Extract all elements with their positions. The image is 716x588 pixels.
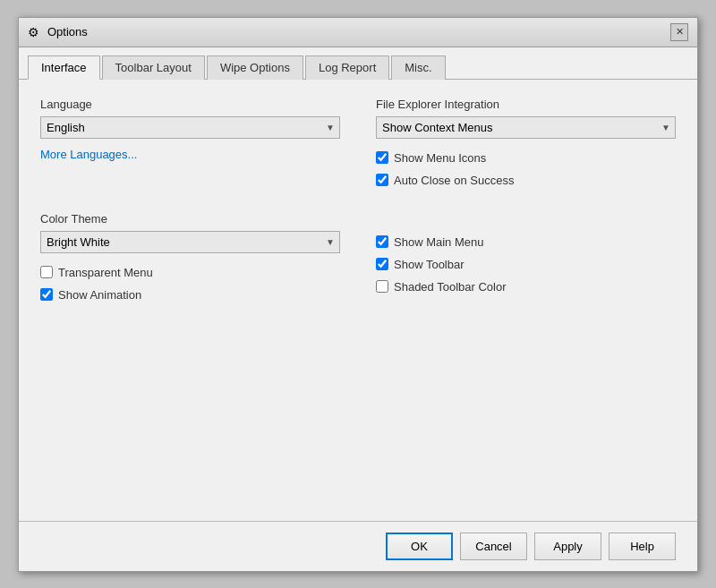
- show-main-menu-label: Show Main Menu: [394, 235, 483, 249]
- color-theme-col: Color Theme Bright White Dark Classic ▼ …: [40, 212, 340, 311]
- color-theme-select[interactable]: Bright White Dark Classic: [40, 231, 340, 253]
- title-bar: ⚙ Options ✕: [19, 18, 697, 47]
- language-dropdown-wrapper: English French German Spanish ▼: [40, 116, 340, 139]
- show-main-menu-checkbox[interactable]: [376, 235, 388, 248]
- auto-close-row[interactable]: Auto Close on Success: [376, 174, 676, 187]
- file-explorer-select[interactable]: Show Context Menus No Context Menus: [376, 116, 676, 139]
- tab-wipe-options[interactable]: Wipe Options: [207, 55, 303, 80]
- file-explorer-dropdown-wrapper: Show Context Menus No Context Menus ▼: [376, 116, 676, 139]
- tab-misc[interactable]: Misc.: [391, 55, 445, 80]
- show-menu-icons-checkbox[interactable]: [376, 151, 388, 164]
- language-select[interactable]: English French German Spanish: [40, 116, 340, 139]
- help-button[interactable]: Help: [609, 533, 676, 560]
- right-options-col: Show Main Menu Show Toolbar Shaded Toolb…: [376, 212, 676, 311]
- tab-toolbar-layout[interactable]: Toolbar Layout: [102, 55, 205, 80]
- ok-button[interactable]: OK: [386, 533, 453, 560]
- file-explorer-col: File Explorer Integration Show Context M…: [376, 98, 676, 196]
- close-button[interactable]: ✕: [670, 23, 688, 41]
- show-main-menu-row[interactable]: Show Main Menu: [376, 235, 676, 249]
- tab-log-report[interactable]: Log Report: [305, 55, 389, 80]
- show-menu-icons-row[interactable]: Show Menu Icons: [376, 151, 676, 165]
- language-col: Language English French German Spanish ▼…: [40, 98, 340, 196]
- options-dialog: ⚙ Options ✕ Interface Toolbar Layout Wip…: [18, 17, 698, 572]
- shaded-toolbar-label: Shaded Toolbar Color: [394, 280, 507, 294]
- cancel-button[interactable]: Cancel: [460, 533, 527, 560]
- show-animation-row[interactable]: Show Animation: [40, 288, 340, 302]
- auto-close-checkbox[interactable]: [376, 174, 388, 186]
- button-bar: OK Cancel Apply Help: [19, 521, 697, 571]
- show-animation-label: Show Animation: [58, 288, 141, 302]
- tab-interface[interactable]: Interface: [28, 55, 100, 80]
- language-label: Language: [40, 98, 340, 111]
- color-theme-label: Color Theme: [40, 212, 340, 226]
- transparent-menu-row[interactable]: Transparent Menu: [40, 266, 340, 279]
- show-toolbar-checkbox[interactable]: [376, 258, 388, 270]
- color-theme-dropdown-wrapper: Bright White Dark Classic ▼: [40, 231, 340, 253]
- shaded-toolbar-row[interactable]: Shaded Toolbar Color: [376, 280, 676, 294]
- tab-bar: Interface Toolbar Layout Wipe Options Lo…: [19, 47, 697, 80]
- transparent-menu-label: Transparent Menu: [58, 266, 153, 279]
- dialog-title: Options: [47, 25, 88, 38]
- show-toolbar-label: Show Toolbar: [394, 258, 465, 271]
- show-toolbar-row[interactable]: Show Toolbar: [376, 258, 676, 271]
- top-section: Language English French German Spanish ▼…: [40, 98, 676, 196]
- apply-button[interactable]: Apply: [534, 533, 601, 560]
- show-animation-checkbox[interactable]: [40, 288, 53, 301]
- tab-content: Language English French German Spanish ▼…: [19, 80, 697, 521]
- auto-close-label: Auto Close on Success: [394, 174, 514, 187]
- title-bar-left: ⚙ Options: [28, 25, 88, 39]
- show-menu-icons-label: Show Menu Icons: [394, 151, 486, 165]
- shaded-toolbar-checkbox[interactable]: [376, 280, 388, 293]
- dialog-icon: ⚙: [28, 25, 42, 39]
- more-languages-link[interactable]: More Languages...: [40, 148, 137, 161]
- bottom-section: Color Theme Bright White Dark Classic ▼ …: [40, 212, 676, 311]
- file-explorer-label: File Explorer Integration: [376, 98, 676, 111]
- transparent-menu-checkbox[interactable]: [40, 266, 53, 278]
